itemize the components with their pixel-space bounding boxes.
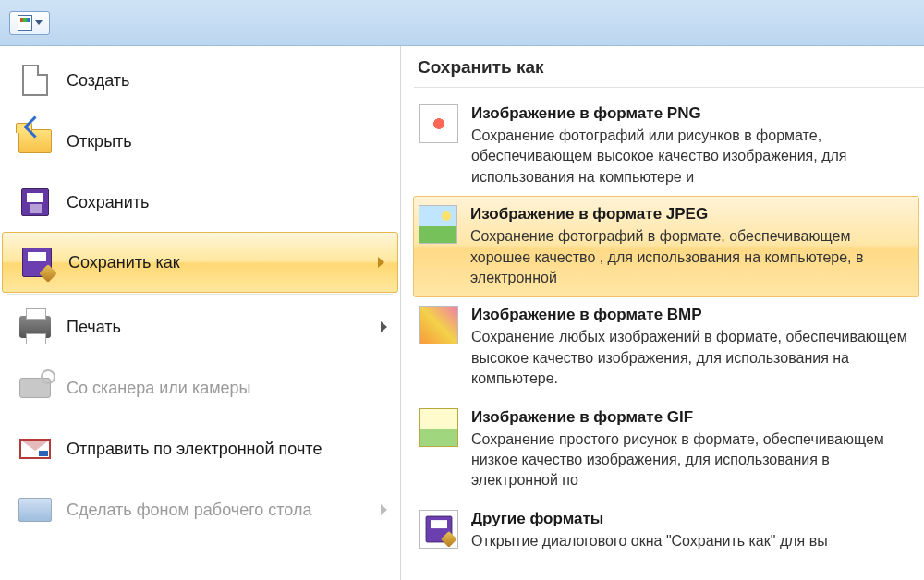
menu-item-new[interactable]: Создать [0, 50, 400, 111]
saveas-option-other[interactable]: Другие форматы Открытие диалогового окна… [414, 501, 924, 561]
saveas-option-png[interactable]: Изображение в формате PNG Сохранение фот… [414, 95, 924, 197]
option-description: Открытие диалогового окна "Сохранить как… [471, 531, 917, 551]
menu-item-label: Печать [67, 318, 121, 337]
save-floppy-icon [17, 184, 54, 221]
menu-item-save[interactable]: Сохранить [0, 172, 400, 233]
menu-item-email[interactable]: Отправить по электронной почте [0, 418, 400, 479]
save-as-submenu: Сохранить как Изображение в формате PNG … [401, 46, 924, 580]
envelope-icon [17, 430, 54, 467]
menu-item-save-as[interactable]: Сохранить как [2, 232, 398, 293]
menu-item-print[interactable]: Печать [0, 296, 400, 357]
menu-item-label: Сохранить как [68, 253, 180, 272]
menu-item-label: Сделать фоном рабочего стола [67, 501, 312, 520]
png-format-icon [419, 104, 458, 143]
bmp-format-icon [419, 306, 458, 344]
gif-format-icon [419, 408, 458, 447]
saveas-option-jpeg[interactable]: Изображение в формате JPEG Сохранение фо… [413, 196, 919, 297]
desktop-icon [17, 491, 54, 528]
submenu-arrow-icon [381, 504, 387, 515]
option-title: Изображение в формате BMP [471, 306, 917, 324]
option-description: Сохранение фотографий в формате, обеспеч… [470, 226, 912, 288]
option-description: Сохранение фотографий или рисунков в фор… [471, 126, 917, 187]
menu-item-label: Отправить по электронной почте [67, 440, 322, 459]
title-bar [0, 0, 924, 46]
menu-item-scanner: Со сканера или камеры [0, 357, 400, 418]
menu-item-label: Создать [67, 71, 129, 91]
other-formats-icon [419, 510, 458, 549]
option-body: Изображение в формате GIF Сохранение про… [471, 408, 917, 491]
option-body: Изображение в формате BMP Сохранение люб… [471, 306, 917, 389]
menu-separator [7, 294, 393, 295]
saveas-option-bmp[interactable]: Изображение в формате BMP Сохранение люб… [414, 296, 924, 398]
option-description: Сохранение любых изображений в формате, … [471, 327, 917, 389]
saveas-option-gif[interactable]: Изображение в формате GIF Сохранение про… [414, 399, 924, 501]
jpeg-format-icon [419, 205, 457, 244]
menu-item-label: Открыть [67, 132, 132, 151]
open-folder-icon [17, 123, 54, 160]
option-title: Другие форматы [471, 510, 917, 528]
app-menu-button[interactable] [9, 11, 50, 35]
new-file-icon [17, 62, 54, 99]
save-as-icon [18, 244, 55, 281]
file-menu-panel: Создать Открыть Сохранить Сохранить как … [0, 46, 924, 580]
option-description: Сохранение простого рисунок в формате, о… [471, 429, 917, 491]
submenu-arrow-icon [378, 257, 384, 268]
menu-item-label: Со сканера или камеры [67, 379, 251, 398]
menu-item-open[interactable]: Открыть [0, 111, 400, 172]
menu-item-set-wallpaper: Сделать фоном рабочего стола [0, 479, 400, 540]
option-title: Изображение в формате PNG [471, 104, 917, 123]
paint-app-icon [18, 15, 32, 31]
option-title: Изображение в формате GIF [471, 408, 917, 427]
option-body: Изображение в формате PNG Сохранение фот… [471, 104, 917, 187]
option-title: Изображение в формате JPEG [470, 205, 912, 224]
menu-item-label: Сохранить [67, 193, 149, 212]
printer-icon [17, 308, 54, 345]
option-body: Изображение в формате JPEG Сохранение фо… [470, 205, 912, 288]
submenu-arrow-icon [381, 321, 387, 332]
scanner-icon [17, 369, 54, 406]
file-menu-left-column: Создать Открыть Сохранить Сохранить как … [0, 46, 401, 580]
option-body: Другие форматы Открытие диалогового окна… [471, 510, 917, 551]
chevron-down-icon [35, 20, 43, 25]
submenu-title: Сохранить как [414, 52, 924, 88]
